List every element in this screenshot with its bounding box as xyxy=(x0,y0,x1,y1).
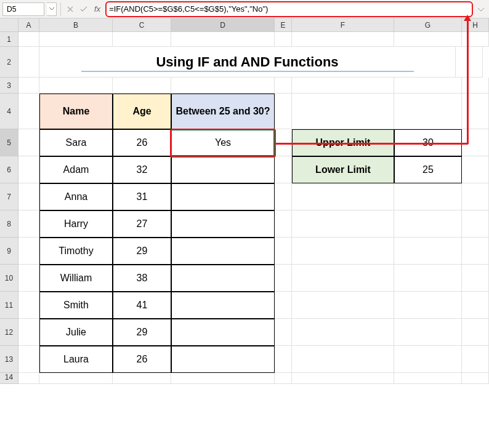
cell[interactable] xyxy=(275,156,292,183)
cell[interactable] xyxy=(462,265,489,292)
cell[interactable] xyxy=(292,346,394,373)
cell-name[interactable]: Harry xyxy=(39,210,113,238)
cell-age[interactable]: 26 xyxy=(113,129,171,156)
cancel-button[interactable] xyxy=(65,4,76,15)
cell[interactable] xyxy=(39,32,113,47)
cell[interactable] xyxy=(394,238,462,265)
cell[interactable] xyxy=(292,319,394,346)
cell[interactable] xyxy=(462,32,489,47)
cell[interactable] xyxy=(18,373,39,384)
cell[interactable] xyxy=(275,129,292,156)
page-title[interactable]: Using IF and AND Functions xyxy=(39,47,456,78)
row-header[interactable]: 9 xyxy=(0,238,18,265)
cell-name[interactable]: Anna xyxy=(39,183,113,210)
cell[interactable] xyxy=(171,32,275,47)
col-header-G[interactable]: G xyxy=(394,18,462,32)
select-all-corner[interactable] xyxy=(0,18,18,32)
cell[interactable] xyxy=(275,319,292,346)
cell-age[interactable]: 38 xyxy=(113,265,171,292)
cell[interactable] xyxy=(462,346,489,373)
cell[interactable] xyxy=(394,265,462,292)
cell[interactable] xyxy=(171,78,275,94)
cell[interactable] xyxy=(462,319,489,346)
cell[interactable] xyxy=(171,373,275,384)
cell[interactable] xyxy=(18,156,39,183)
lower-limit-value[interactable]: 25 xyxy=(394,156,462,183)
cell-between[interactable] xyxy=(171,183,275,210)
row-header[interactable]: 5 xyxy=(0,129,18,156)
cell[interactable] xyxy=(18,183,39,210)
upper-limit-label[interactable]: Upper Limit xyxy=(292,129,394,156)
row-header[interactable]: 11 xyxy=(0,292,18,319)
cell[interactable] xyxy=(275,78,292,94)
cell[interactable] xyxy=(18,346,39,373)
cell-between[interactable]: Yes xyxy=(171,129,275,156)
cell[interactable] xyxy=(394,292,462,319)
header-age[interactable]: Age xyxy=(113,94,171,129)
row-header[interactable]: 6 xyxy=(0,156,18,183)
cell[interactable] xyxy=(39,373,113,384)
cell[interactable] xyxy=(275,265,292,292)
cell[interactable] xyxy=(275,183,292,210)
col-header-H[interactable]: H xyxy=(462,18,489,32)
row-header[interactable]: 4 xyxy=(0,94,18,129)
header-name[interactable]: Name xyxy=(39,94,113,129)
cell-age[interactable]: 32 xyxy=(113,156,171,183)
row-header[interactable]: 7 xyxy=(0,183,18,210)
accept-button[interactable] xyxy=(78,4,89,15)
col-header-C[interactable]: C xyxy=(113,18,171,32)
cell[interactable] xyxy=(18,210,39,238)
row-header[interactable]: 8 xyxy=(0,210,18,238)
upper-limit-value[interactable]: 30 xyxy=(394,129,462,156)
cell[interactable] xyxy=(462,292,489,319)
row-header[interactable]: 12 xyxy=(0,319,18,346)
cell-age[interactable]: 27 xyxy=(113,210,171,238)
cell[interactable] xyxy=(292,78,394,94)
cell-name[interactable]: Smith xyxy=(39,292,113,319)
row-header[interactable]: 2 xyxy=(0,47,18,78)
cell[interactable] xyxy=(394,94,462,129)
cell[interactable] xyxy=(18,94,39,129)
cell-name[interactable]: Adam xyxy=(39,156,113,183)
col-header-D[interactable]: D xyxy=(171,18,275,32)
col-header-E[interactable]: E xyxy=(275,18,292,32)
cell[interactable] xyxy=(18,238,39,265)
cell[interactable] xyxy=(275,94,292,129)
col-header-B[interactable]: B xyxy=(39,18,113,32)
cell[interactable] xyxy=(394,319,462,346)
cell[interactable] xyxy=(462,183,489,210)
cell[interactable] xyxy=(462,156,489,183)
cell[interactable] xyxy=(275,373,292,384)
cell[interactable] xyxy=(113,373,171,384)
cell[interactable] xyxy=(275,32,292,47)
cell[interactable] xyxy=(292,238,394,265)
cell[interactable] xyxy=(275,346,292,373)
name-box[interactable]: D5 xyxy=(2,2,44,16)
cell[interactable] xyxy=(275,292,292,319)
cell-name[interactable]: Laura xyxy=(39,346,113,373)
cell[interactable] xyxy=(113,78,171,94)
cell[interactable] xyxy=(394,210,462,238)
cell-name[interactable]: Sara xyxy=(39,129,113,156)
lower-limit-label[interactable]: Lower Limit xyxy=(292,156,394,183)
cell[interactable] xyxy=(18,319,39,346)
cell-between[interactable] xyxy=(171,265,275,292)
cell[interactable] xyxy=(292,183,394,210)
cell[interactable] xyxy=(18,265,39,292)
cell[interactable] xyxy=(292,210,394,238)
cell[interactable] xyxy=(462,238,489,265)
cell[interactable] xyxy=(113,32,171,47)
row-header[interactable]: 10 xyxy=(0,265,18,292)
cell-between[interactable] xyxy=(171,319,275,346)
cell[interactable] xyxy=(394,346,462,373)
cell-name[interactable]: William xyxy=(39,265,113,292)
cell-between[interactable] xyxy=(171,238,275,265)
cell-between[interactable] xyxy=(171,292,275,319)
cell[interactable] xyxy=(18,292,39,319)
cell[interactable] xyxy=(18,78,39,94)
cell[interactable] xyxy=(292,292,394,319)
cell-age[interactable]: 26 xyxy=(113,346,171,373)
cell-age[interactable]: 41 xyxy=(113,292,171,319)
cell[interactable] xyxy=(275,210,292,238)
cell[interactable] xyxy=(292,373,394,384)
